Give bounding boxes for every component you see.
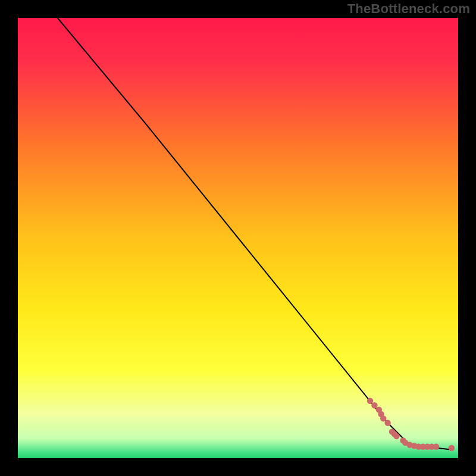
curve-path bbox=[58, 18, 450, 449]
data-point bbox=[380, 415, 386, 421]
plot-area bbox=[18, 18, 458, 458]
data-point bbox=[384, 420, 390, 426]
data-point bbox=[393, 433, 399, 439]
data-point bbox=[371, 402, 377, 408]
data-point bbox=[449, 445, 455, 451]
scatter-points bbox=[367, 398, 455, 452]
curve-line bbox=[58, 18, 450, 449]
data-point bbox=[367, 398, 373, 404]
watermark-text: TheBottleneck.com bbox=[347, 1, 470, 17]
data-point bbox=[433, 444, 439, 450]
chart-svg bbox=[18, 18, 458, 458]
chart-stage: TheBottleneck.com bbox=[0, 0, 476, 476]
